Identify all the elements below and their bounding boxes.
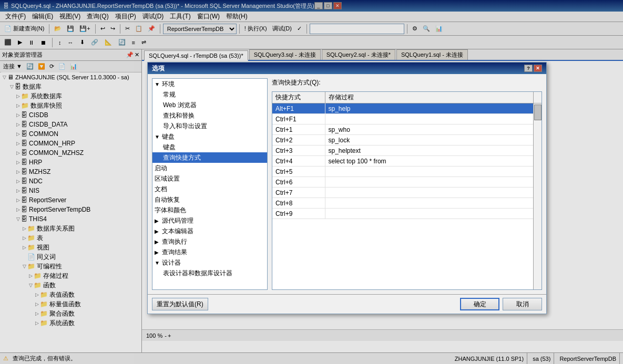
dlg-tree-设计器[interactable]: ▼ 设计器 (152, 257, 267, 268)
dlg-tree-文本编辑器[interactable]: ▶ 文本编辑器 (152, 226, 267, 236)
shortcut-key-cell: Ctrl+F1 (272, 114, 325, 124)
dlg-tree-文档[interactable]: 文档 (152, 184, 267, 194)
scrollbar-thumb[interactable] (534, 105, 542, 120)
dlg-tree-键盘-root[interactable]: ▼ 键盘 (152, 131, 267, 142)
dlg-tree-查询执行[interactable]: ▶ 查询执行 (152, 236, 267, 247)
shortcut-row[interactable]: Ctrl+9 (272, 209, 542, 219)
dlg-tree-表设计器[interactable]: 表设计器和数据库设计器 (152, 268, 267, 278)
shortcut-key-cell: Ctrl+9 (272, 209, 325, 219)
shortcut-key-cell: Alt+F1 (272, 103, 325, 114)
shortcut-key-cell: Ctrl+4 (272, 156, 325, 167)
shortcut-key-cell: Ctrl+1 (272, 124, 325, 135)
dlg-tree-web浏览器[interactable]: Web 浏览器 (152, 100, 267, 110)
shortcut-proc-cell[interactable] (325, 198, 533, 209)
shortcut-key-cell: Ctrl+6 (272, 177, 325, 188)
shortcut-proc-cell[interactable] (325, 209, 533, 219)
shortcut-proc-cell[interactable] (325, 177, 533, 188)
dialog-close-btn[interactable]: ✕ (534, 65, 542, 72)
dialog-title-text: 选项 (152, 64, 165, 73)
options-dialog: 选项 ? ✕ ▼ 环境 常规 Web (147, 62, 547, 314)
dlg-tree-源代码管理[interactable]: ▶ 源代码管理 (152, 215, 267, 226)
dialog-body: ▼ 环境 常规 Web 浏览器 查找和替换 导入和导出设置 (148, 74, 546, 294)
shortcut-row[interactable]: Ctrl+7 (272, 188, 542, 198)
shortcut-table: 快捷方式 存储过程 Alt+F1sp_helpCtrl+F1Ctrl+1sp_w… (272, 92, 542, 219)
dialog-footer: 重置为默认值(R) 确定 取消 (148, 294, 546, 314)
shortcut-row[interactable]: Ctrl+5 (272, 167, 542, 177)
col-proc: 存储过程 (325, 92, 533, 103)
shortcut-key-cell: Ctrl+7 (272, 188, 325, 198)
dlg-tree-查找和替换[interactable]: 查找和替换 (152, 110, 267, 121)
dialog-right-panel: 查询快捷方式(Q): 快捷方式 存储过程 Alt+F1s (272, 78, 542, 290)
shortcut-proc-cell[interactable]: select top 100 * from (325, 156, 533, 167)
shortcut-proc-cell[interactable]: sp_who (325, 124, 533, 135)
shortcut-row[interactable]: Ctrl+4select top 100 * from (272, 156, 542, 167)
col-key: 快捷方式 (272, 92, 325, 103)
dlg-tree-自动恢复[interactable]: 自动恢复 (152, 194, 267, 205)
dlg-tree-环境[interactable]: ▼ 环境 (152, 79, 267, 89)
dlg-tree-区域设置[interactable]: 区域设置 (152, 173, 267, 184)
dlg-tree-导入导出[interactable]: 导入和导出设置 (152, 121, 267, 131)
shortcut-label: 查询快捷方式(Q): (272, 78, 542, 87)
dlg-tree-常规[interactable]: 常规 (152, 89, 267, 100)
shortcut-proc-cell[interactable]: sp_help (325, 103, 533, 114)
dlg-tree-字体颜色[interactable]: 字体和颜色 (152, 205, 267, 215)
shortcut-row[interactable]: Ctrl+3sp_helptext (272, 145, 542, 156)
ok-btn[interactable]: 确定 (460, 298, 499, 310)
shortcut-proc-cell[interactable] (325, 167, 533, 177)
shortcut-key-cell: Ctrl+8 (272, 198, 325, 209)
shortcut-proc-cell[interactable]: sp_lock (325, 135, 533, 145)
shortcut-proc-cell[interactable] (325, 188, 533, 198)
shortcut-row[interactable]: Ctrl+6 (272, 177, 542, 188)
dialog-title-buttons: ? ✕ (524, 65, 542, 72)
dlg-tree-查询结果[interactable]: ▶ 查询结果 (152, 247, 267, 257)
shortcut-proc-cell[interactable] (325, 114, 533, 124)
shortcut-row[interactable]: Ctrl+2sp_lock (272, 135, 542, 145)
shortcut-row[interactable]: Alt+F1sp_help (272, 103, 542, 114)
dialog-left-panel: ▼ 环境 常规 Web 浏览器 查找和替换 导入和导出设置 (152, 78, 268, 290)
dlg-tree-启动[interactable]: 启动 (152, 163, 267, 173)
shortcut-table-wrapper: 快捷方式 存储过程 Alt+F1sp_helpCtrl+F1Ctrl+1sp_w… (272, 91, 542, 290)
shortcut-row[interactable]: Ctrl+8 (272, 198, 542, 209)
shortcut-proc-cell[interactable]: sp_helptext (325, 145, 533, 156)
shortcut-key-cell: Ctrl+2 (272, 135, 325, 145)
shortcut-row[interactable]: Ctrl+F1 (272, 114, 542, 124)
dialog-help-btn[interactable]: ? (524, 65, 533, 72)
cancel-btn[interactable]: 取消 (503, 298, 542, 310)
dlg-tree-查询快捷方式[interactable]: 查询快捷方式 (152, 152, 267, 163)
table-scrollbar[interactable] (533, 103, 542, 289)
shortcut-key-cell: Ctrl+5 (272, 167, 325, 177)
dialog-footer-right: 确定 取消 (460, 298, 542, 310)
reset-default-btn[interactable]: 重置为默认值(R) (152, 298, 208, 310)
dialog-title-bar: 选项 ? ✕ (148, 63, 546, 74)
dlg-tree-键盘-sub[interactable]: 键盘 (152, 142, 267, 152)
shortcut-key-cell: Ctrl+3 (272, 145, 325, 156)
dialog-overlay: 选项 ? ✕ ▼ 环境 常规 Web (0, 0, 623, 364)
shortcut-row[interactable]: Ctrl+1sp_who (272, 124, 542, 135)
